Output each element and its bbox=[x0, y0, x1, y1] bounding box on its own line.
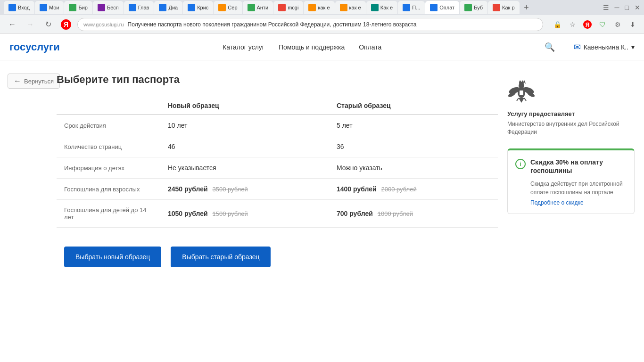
tab-6[interactable]: Крис bbox=[183, 1, 213, 14]
tab-12[interactable]: Как е bbox=[366, 1, 398, 14]
discount-more-link[interactable]: Подробнее о скидке bbox=[530, 199, 627, 206]
browser-chrome: Вход Мои Бир Бесп Глав Диа Крис Сер Анти… bbox=[0, 0, 644, 15]
old-price-adults: 1400 рублей bbox=[337, 185, 377, 193]
tab-14[interactable]: Оплат bbox=[425, 1, 459, 14]
extension-icon[interactable]: 🛡 bbox=[597, 19, 608, 30]
search-button[interactable]: 🔍 bbox=[545, 42, 555, 52]
tab-10[interactable]: как е bbox=[304, 1, 334, 14]
svg-marker-14 bbox=[519, 98, 524, 103]
ministry-provider-label: Услугу предоставляет bbox=[507, 110, 635, 117]
row-old-fee-adults: 1400 рублей 2000 рублей bbox=[329, 179, 498, 200]
tab-15[interactable]: Буб bbox=[460, 1, 487, 14]
row-label-children: Информация о детях bbox=[57, 157, 160, 179]
old-old-price-adults: 2000 рублей bbox=[381, 186, 416, 193]
tab-8[interactable]: Анти bbox=[243, 1, 273, 14]
select-new-button[interactable]: Выбрать новый образец bbox=[64, 247, 161, 267]
tab-11[interactable]: как е bbox=[335, 1, 366, 14]
minimize-button[interactable]: ─ bbox=[615, 4, 619, 11]
tab-13[interactable]: П... bbox=[398, 1, 425, 14]
new-price-children: 1050 рублей bbox=[168, 210, 208, 217]
new-price-adults: 2450 рублей bbox=[168, 185, 208, 193]
tab-2[interactable]: Бир bbox=[64, 1, 92, 14]
svg-rect-10 bbox=[519, 82, 524, 84]
site-logo[interactable]: госуслуги bbox=[9, 41, 60, 53]
browser-window-controls: ☰ ─ □ ✕ bbox=[603, 4, 640, 11]
tab-16[interactable]: Как р bbox=[488, 1, 520, 14]
new-tab-button[interactable]: + bbox=[520, 1, 533, 14]
user-menu-chevron-icon: ▾ bbox=[631, 43, 635, 51]
table-row: Количество страниц 46 36 bbox=[57, 136, 498, 157]
svg-line-17 bbox=[524, 98, 526, 101]
row-old-fee-children: 700 рублей 1000 рублей bbox=[329, 200, 498, 228]
row-new-children: Не указывается bbox=[160, 157, 329, 179]
tab-4[interactable]: Глав bbox=[124, 1, 154, 14]
back-arrow-icon: ← bbox=[14, 77, 21, 85]
discount-description: Скидка действует при электронной оплате … bbox=[530, 180, 627, 197]
tab-3[interactable]: Бесп bbox=[93, 1, 124, 14]
discount-title: Скидка 30% на оплату госпошлины bbox=[530, 158, 627, 175]
left-panel: ← Вернуться bbox=[0, 70, 38, 272]
tab-5[interactable]: Диа bbox=[154, 1, 182, 14]
col-old-header: Старый образец bbox=[329, 97, 498, 115]
row-new-pages: 46 bbox=[160, 136, 329, 157]
nav-catalog[interactable]: Каталог услуг bbox=[223, 43, 264, 51]
content-area: Выберите тип паспорта Новый образец Стар… bbox=[47, 70, 498, 272]
menu-icon[interactable]: ☰ bbox=[603, 4, 609, 11]
page-title-text: Получение паспорта нового поколения граж… bbox=[128, 21, 537, 28]
main-nav: Каталог услуг Помощь и поддержка Оплата bbox=[79, 43, 526, 51]
close-button[interactable]: ✕ bbox=[635, 4, 640, 11]
yandex-logo-icon: Я bbox=[582, 19, 593, 30]
address-bar: ← → ↻ Я www.gosuslugi.ru Получение паспо… bbox=[0, 15, 644, 34]
refresh-button[interactable]: ↻ bbox=[41, 18, 55, 31]
tab-1[interactable]: Мои bbox=[35, 1, 64, 14]
row-label-fee-children: Госпошлина для детей до 14 лет bbox=[57, 200, 160, 228]
row-new-validity: 10 лет bbox=[160, 115, 329, 136]
svg-marker-11 bbox=[519, 80, 521, 82]
tab-7[interactable]: Сер bbox=[214, 1, 242, 14]
tab-0[interactable]: Вход bbox=[4, 1, 34, 14]
svg-marker-12 bbox=[521, 80, 524, 82]
row-old-children: Можно указать bbox=[329, 157, 498, 179]
discount-header: i Скидка 30% на оплату госпошлины bbox=[515, 158, 627, 175]
table-row: Срок действия 10 лет 5 лет bbox=[57, 115, 498, 136]
download-icon[interactable]: ⬇ bbox=[627, 19, 638, 30]
tab-9[interactable]: mcgi bbox=[273, 1, 303, 14]
action-buttons: Выбрать новый образец Выбрать старый обр… bbox=[57, 242, 498, 272]
ministry-name: Министерство внутренних дел Российской Ф… bbox=[507, 120, 635, 136]
row-old-validity: 5 лет bbox=[329, 115, 498, 136]
forward-nav-button[interactable]: → bbox=[24, 18, 37, 31]
select-old-button[interactable]: Выбрать старый образец bbox=[171, 247, 271, 267]
site-header: госуслуги Каталог услуг Помощь и поддерж… bbox=[0, 34, 644, 60]
old-old-price-children: 1000 рублей bbox=[378, 210, 413, 217]
browser-logo: Я bbox=[59, 18, 73, 31]
nav-payment[interactable]: Оплата bbox=[359, 43, 381, 51]
svg-line-16 bbox=[517, 98, 519, 101]
nav-help[interactable]: Помощь и поддержка bbox=[279, 43, 345, 51]
svg-marker-13 bbox=[524, 80, 526, 84]
row-label-pages: Количество страниц bbox=[57, 136, 160, 157]
new-old-price-adults: 3500 рублей bbox=[212, 186, 248, 193]
back-nav-button[interactable]: ← bbox=[6, 18, 19, 31]
row-label-fee-adults: Госпошлина для взрослых bbox=[57, 179, 160, 200]
ministry-block: Услугу предоставляет Министерство внутре… bbox=[507, 70, 635, 144]
logo-text: госуслуги bbox=[9, 41, 60, 53]
row-new-fee-children: 1050 рублей 1500 рублей bbox=[160, 200, 329, 228]
mail-icon: ✉ bbox=[574, 42, 581, 52]
col-empty-header bbox=[57, 97, 160, 115]
maximize-button[interactable]: □ bbox=[625, 4, 629, 11]
settings-icon[interactable]: ⚙ bbox=[612, 19, 623, 30]
right-panel: Услугу предоставляет Министерство внутре… bbox=[507, 70, 635, 272]
new-old-price-children: 1500 рублей bbox=[212, 210, 248, 217]
old-price-children: 700 рублей bbox=[337, 210, 373, 217]
info-icon: i bbox=[515, 159, 526, 169]
svg-rect-15 bbox=[520, 90, 523, 95]
url-domain: www.gosuslugi.ru bbox=[83, 22, 124, 27]
ministry-logo bbox=[507, 77, 536, 106]
page-title: Выберите тип паспорта bbox=[57, 70, 498, 86]
url-input[interactable]: www.gosuslugi.ru Получение паспорта ново… bbox=[77, 18, 543, 31]
user-name: Кавенькина К.. bbox=[584, 43, 628, 51]
bookmark-icon[interactable]: ☆ bbox=[567, 19, 578, 30]
svg-text:Я: Я bbox=[586, 22, 590, 28]
row-new-fee-adults: 2450 рублей 3500 рублей bbox=[160, 179, 329, 200]
user-menu[interactable]: ✉ Кавенькина К.. ▾ bbox=[574, 42, 635, 52]
